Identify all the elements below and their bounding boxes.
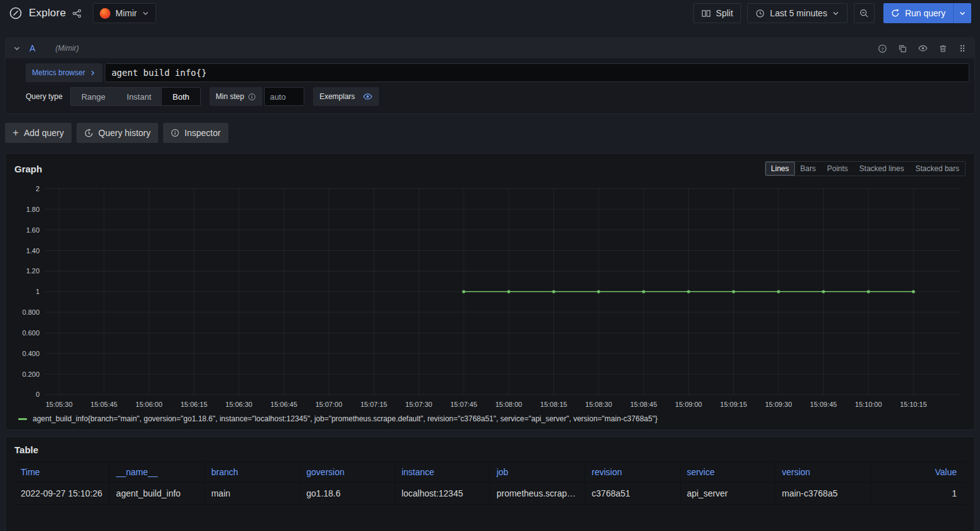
column-header-job[interactable]: job: [490, 462, 585, 483]
clock-icon: [755, 9, 765, 18]
exemplars-label: Exemplars: [319, 92, 355, 101]
history-icon: [84, 129, 93, 138]
column-header-goversion[interactable]: goversion: [300, 462, 395, 483]
split-label: Split: [716, 8, 733, 18]
svg-text:15:09:30: 15:09:30: [765, 401, 792, 408]
run-query-button-group: Run query: [883, 3, 971, 23]
drag-handle-icon[interactable]: [958, 44, 967, 53]
run-query-dropdown[interactable]: [953, 3, 971, 23]
chevron-down-icon: [959, 9, 966, 17]
query-type-instant[interactable]: Instant: [116, 88, 162, 105]
zoom-out-button[interactable]: [854, 3, 875, 23]
svg-text:1.20: 1.20: [26, 267, 40, 275]
graph-title: Graph: [14, 164, 42, 174]
query-history-label: Query history: [99, 128, 151, 138]
duplicate-icon[interactable]: [898, 44, 907, 53]
time-range-label: Last 5 minutes: [770, 8, 827, 18]
table-header-row: Time__name__branchgoversioninstancejobre…: [14, 462, 966, 483]
info-circle-icon: [171, 129, 179, 137]
graph-mode-lines[interactable]: Lines: [765, 162, 795, 176]
page-title: Explore: [29, 7, 66, 19]
query-datasource-hint: (Mimir): [55, 44, 78, 53]
legend-label[interactable]: agent_build_info{branch="main", goversio…: [33, 414, 658, 423]
min-step-group: Min step: [210, 87, 262, 106]
query-type-range[interactable]: Range: [71, 88, 116, 105]
add-query-button[interactable]: + Add query: [5, 123, 72, 143]
help-icon[interactable]: ?: [878, 44, 887, 53]
column-header-version[interactable]: version: [775, 462, 871, 483]
sync-icon: [891, 9, 900, 18]
datasource-picker[interactable]: Mimir: [93, 3, 156, 23]
graph-legend[interactable]: agent_build_info{branch="main", goversio…: [14, 413, 966, 424]
svg-text:15:10:00: 15:10:00: [855, 401, 882, 408]
svg-text:0.200: 0.200: [23, 371, 40, 378]
column-header-name[interactable]: __name__: [110, 462, 205, 483]
svg-text:15:10:15: 15:10:15: [900, 401, 927, 408]
inspector-button[interactable]: Inspector: [163, 123, 228, 143]
topbar-right: Split Last 5 minutes: [693, 3, 971, 23]
exemplars-eye-icon[interactable]: [363, 92, 373, 102]
graph-panel-header: Graph LinesBarsPointsStacked linesStacke…: [14, 161, 966, 176]
svg-text:15:06:15: 15:06:15: [181, 401, 208, 408]
column-header-service[interactable]: service: [680, 462, 775, 483]
svg-text:15:05:30: 15:05:30: [46, 401, 73, 408]
exemplars-group: Exemplars: [313, 87, 379, 106]
time-range-picker[interactable]: Last 5 minutes: [747, 3, 848, 23]
table-cell: agent_build_info: [110, 483, 205, 505]
results-table: Time__name__branchgoversioninstancejobre…: [14, 461, 966, 505]
query-ref-id[interactable]: A: [29, 43, 35, 53]
table-panel: Table Time__name__branchgoversioninstanc…: [5, 436, 975, 531]
metrics-browser-label: Metrics browser: [32, 68, 85, 77]
split-button[interactable]: Split: [693, 3, 741, 23]
svg-text:15:09:00: 15:09:00: [675, 401, 702, 408]
explore-icon: [9, 6, 23, 20]
column-header-revision[interactable]: revision: [585, 462, 681, 483]
query-expression-input[interactable]: [105, 63, 969, 82]
hide-icon[interactable]: [918, 43, 928, 53]
collapse-chevron-icon[interactable]: [13, 45, 21, 52]
table-cell: main-c3768a5: [775, 483, 871, 505]
table-row: 2022-09-27 15:10:26agent_build_infomaing…: [14, 483, 966, 505]
chevron-right-icon: [89, 70, 96, 76]
column-header-value[interactable]: Value: [870, 462, 966, 483]
column-header-branch[interactable]: branch: [205, 462, 300, 483]
inspector-label: Inspector: [184, 128, 221, 138]
remove-icon[interactable]: [939, 44, 947, 53]
column-header-instance[interactable]: instance: [395, 462, 490, 483]
svg-text:15:07:30: 15:07:30: [405, 401, 432, 408]
mimir-logo-icon: [100, 8, 110, 19]
graph-mode-stacked-bars[interactable]: Stacked bars: [910, 162, 965, 176]
topbar-left: Explore Mimir: [9, 3, 156, 23]
table-cell: go1.18.6: [300, 483, 395, 505]
table-cell: api_server: [680, 483, 775, 505]
graph-mode-points[interactable]: Points: [821, 162, 853, 176]
svg-text:1.60: 1.60: [26, 226, 40, 234]
share-icon[interactable]: [72, 9, 82, 18]
svg-text:15:05:45: 15:05:45: [90, 401, 117, 408]
query-type-both[interactable]: Both: [162, 88, 200, 105]
chevron-down-icon: [142, 9, 149, 17]
topbar: Explore Mimir Split: [0, 0, 980, 26]
add-query-label: Add query: [24, 128, 64, 138]
graph-mode-bars[interactable]: Bars: [795, 162, 822, 176]
query-history-button[interactable]: Query history: [77, 123, 158, 143]
table-cell: localhost:12345: [395, 483, 490, 505]
graph-canvas[interactable]: 00.2000.4000.6000.80011.201.401.601.8021…: [14, 181, 966, 413]
run-query-label: Run query: [905, 8, 945, 18]
column-header-time[interactable]: Time: [14, 462, 110, 483]
table-cell: main: [205, 483, 300, 505]
split-icon: [701, 9, 711, 18]
svg-text:15:07:45: 15:07:45: [450, 401, 477, 408]
run-query-button[interactable]: Run query: [883, 3, 953, 23]
svg-text:15:06:30: 15:06:30: [225, 401, 252, 408]
svg-text:15:06:00: 15:06:00: [136, 401, 162, 408]
svg-text:15:06:45: 15:06:45: [270, 401, 297, 408]
svg-text:15:08:45: 15:08:45: [630, 401, 657, 408]
table-cell: 2022-09-27 15:10:26: [14, 483, 110, 505]
min-step-input[interactable]: [264, 87, 304, 106]
graph-mode-stacked-lines[interactable]: Stacked lines: [854, 162, 910, 176]
query-editor-body: Metrics browser Query type RangeInstantB…: [6, 58, 974, 113]
table-title: Table: [14, 444, 38, 455]
svg-text:0.800: 0.800: [23, 308, 40, 316]
metrics-browser-button[interactable]: Metrics browser: [26, 63, 102, 82]
